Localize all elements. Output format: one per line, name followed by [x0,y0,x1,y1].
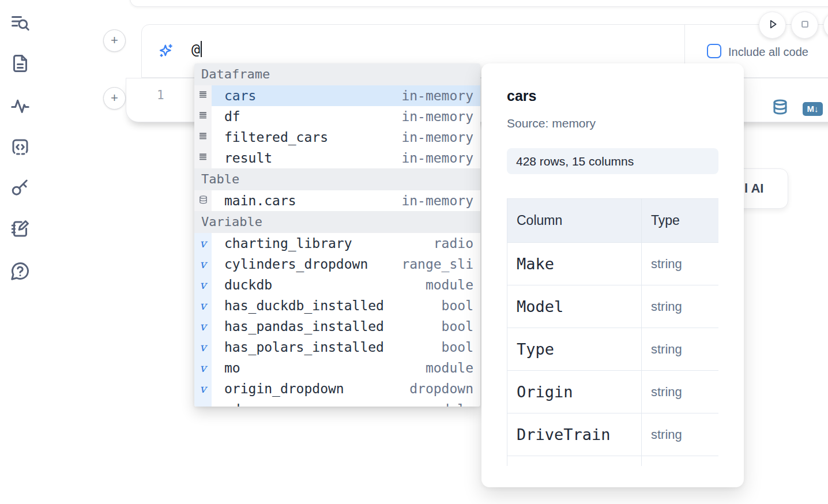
schema-column-name: Model [507,285,642,328]
autocomplete-section-header: Dataframe [194,63,480,85]
autocomplete-item-name: cars [224,88,256,103]
list-search-icon[interactable] [10,13,31,33]
schema-column-type: string [642,243,719,285]
autocomplete-item-type: module [417,402,473,407]
play-icon [765,17,780,34]
autocomplete-item[interactable]: vhas_pandas_installedbool [194,316,480,337]
autocomplete-item-name: duckdb [224,277,272,292]
stop-button[interactable] [791,12,818,39]
autocomplete-item-type: in-memory [393,193,473,208]
dataframe-icon [198,131,208,143]
variable-icon: v [200,236,206,250]
autocomplete-item[interactable]: dfin-memory [194,106,480,127]
variable-icon: v [200,403,206,407]
help-bubble-icon[interactable] [10,261,31,281]
add-cell-button-bottom[interactable]: + [103,87,126,110]
autocomplete-item-type: in-memory [393,130,473,145]
autocomplete-item-name: charting_library [224,236,352,251]
stop-icon [797,17,812,34]
schema-column-type: string [642,413,719,456]
autocomplete-item-name: filtered_cars [224,130,328,145]
autocomplete-item[interactable]: vmomodule [194,358,480,378]
autocomplete-item-type: module [417,277,473,292]
variable-icon: v [200,340,206,354]
variable-icon: v [200,257,206,271]
sparkles-icon [158,43,174,59]
preview-schema-table: ColumnType MakestringModelstringTypestri… [507,198,718,466]
variable-icon: v [200,319,206,333]
code-square-icon[interactable] [10,137,31,157]
schema-column-type: string [642,328,719,371]
sidebar [0,0,42,504]
include-all-code-checkbox[interactable] [707,44,721,58]
autocomplete-item-type: dropdown [401,381,473,396]
schema-table-row: Originstring [507,371,719,413]
autocomplete-item-name: main.cars [224,193,296,208]
key-icon[interactable] [10,177,31,198]
table-icon [198,194,208,208]
schema-column-type: string [642,371,719,413]
schema-column-name: DriveTrain [507,413,642,456]
autocomplete-item[interactable]: vhas_duckdb_installedbool [194,295,480,316]
autocomplete-item-type: in-memory [393,151,473,166]
autocomplete-item[interactable]: vhas_polars_installedbool [194,337,480,358]
notebook-pen-icon[interactable] [10,219,31,239]
dataframe-icon [198,90,208,101]
autocomplete-item[interactable]: vpdmodule [194,399,480,407]
autocomplete-item-type: in-memory [393,109,473,124]
schema-table-row: Modelstring [507,285,719,328]
add-cell-button-top[interactable]: + [103,29,126,52]
autocomplete-item-type: module [417,360,473,375]
autocomplete-section-header: Variable [194,211,480,233]
schema-table-row [507,456,719,467]
autocomplete-item-name: result [224,151,272,166]
autocomplete-item-type: range_sli [393,257,473,272]
dataframe-icon [198,111,208,122]
schema-column-name: Make [507,243,642,285]
schema-table-row: Typestring [507,328,719,371]
prompt-input[interactable]: @ [191,41,202,58]
autocomplete-item-name: pd [224,402,240,407]
text-caret [201,41,202,57]
autocomplete-item[interactable]: filtered_carsin-memory [194,127,480,148]
database-icon[interactable] [771,97,789,117]
autocomplete-item-name: mo [224,360,240,375]
file-text-icon[interactable] [10,53,31,74]
schema-column-header: Column [507,199,642,243]
autocomplete-item-type: radio [426,236,473,251]
variable-icon: v [200,361,206,375]
include-all-code-label: Include all code [728,46,808,59]
schema-table-row: DriveTrainstring [507,413,719,456]
variable-icon: v [200,382,206,396]
autocomplete-item-name: has_pandas_installed [224,319,384,334]
autocomplete-item[interactable]: main.carsin-memory [194,190,480,211]
schema-column-name [507,456,642,467]
preview-title: cars [507,88,718,104]
autocomplete-item-name: df [224,109,240,124]
autocomplete-item-name: origin_dropdown [224,381,344,396]
autocomplete-item-type: in-memory [393,88,473,103]
run-button[interactable] [759,12,786,39]
activity-icon[interactable] [10,96,31,116]
autocomplete-item[interactable]: vcylinders_dropdownrange_sli [194,254,480,274]
schema-table-row: Makestring [507,243,719,285]
schema-column-header: Type [642,199,719,243]
autocomplete-item-name: has_duckdb_installed [224,298,384,313]
preview-schema-table-wrap: ColumnType MakestringModelstringTypestri… [507,198,718,466]
markdown-icon[interactable]: M↓ [803,102,823,116]
autocomplete-section-header: Table [194,168,480,190]
autocomplete-item-type: bool [434,319,473,334]
autocomplete-menu: Dataframecarsin-memorydfin-memoryfiltere… [194,63,480,407]
autocomplete-item[interactable]: vcharting_libraryradio [194,233,480,254]
variable-icon: v [200,278,206,292]
schema-column-name: Origin [507,371,642,413]
schema-column-name: Type [507,328,642,371]
autocomplete-item-type: bool [434,340,473,355]
autocomplete-item[interactable]: vduckdbmodule [194,274,480,295]
preview-source: Source: memory [507,116,718,130]
autocomplete-item[interactable]: carsin-memory [194,85,480,106]
autocomplete-item[interactable]: resultin-memory [194,148,480,168]
preview-shape-badge: 428 rows, 15 columns [507,148,718,174]
previous-cell-edge [130,0,828,7]
autocomplete-item[interactable]: vorigin_dropdowndropdown [194,378,480,399]
